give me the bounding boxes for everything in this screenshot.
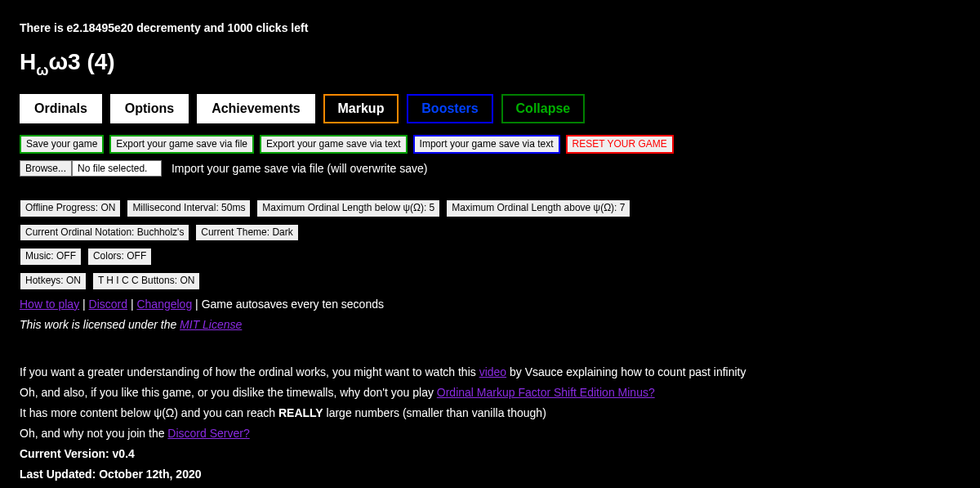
file-name-field[interactable]: No file selected. — [72, 160, 162, 177]
factor-shift-link[interactable]: Ordinal Markup Factor Shift Edition Minu… — [437, 386, 655, 399]
license-prefix: This work is licensed under the — [20, 318, 180, 331]
interval-button[interactable]: Millisecond Interval: 50ms — [127, 199, 251, 217]
version-line: Current Version: v0.4 — [20, 447, 960, 460]
save-button[interactable]: Save your game — [20, 135, 104, 154]
max-below-button[interactable]: Maximum Ordinal Length below ψ(Ω): 5 — [256, 199, 440, 217]
export-file-button[interactable]: Export your game save via file — [109, 135, 254, 154]
file-import-row: Browse...No file selected. Import your g… — [20, 160, 960, 177]
tab-boosters[interactable]: Boosters — [407, 94, 492, 123]
settings-row-3: Music: OFF Colors: OFF — [20, 248, 960, 266]
tab-options[interactable]: Options — [110, 94, 189, 123]
music-button[interactable]: Music: OFF — [20, 248, 82, 266]
body-line-2: Oh, and also, if you like this game, or … — [20, 386, 960, 399]
import-text-button[interactable]: Import your game save via text — [413, 135, 560, 154]
offline-progress-button[interactable]: Offline Progress: ON — [20, 199, 121, 217]
tab-row: Ordinals Options Achievements Markup Boo… — [20, 94, 960, 123]
reset-button[interactable]: RESET YOUR GAME — [566, 135, 674, 154]
tab-markup[interactable]: Markup — [323, 94, 399, 123]
export-text-button[interactable]: Export your game save via text — [260, 135, 408, 154]
settings-row-1: Offline Progress: ON Millisecond Interva… — [20, 199, 960, 217]
max-above-button[interactable]: Maximum Ordinal Length above ψ(Ω): 7 — [446, 199, 630, 217]
separator: | — [195, 298, 202, 311]
save-row: Save your game Export your game save via… — [20, 135, 960, 154]
text: large numbers (smaller than vanilla thou… — [323, 406, 546, 419]
browse-button[interactable]: Browse... — [20, 160, 72, 177]
body-line-4: Oh, and why not you join the Discord Ser… — [20, 427, 960, 440]
ordinal-display: Hωω3 (4) — [20, 49, 960, 79]
colors-button[interactable]: Colors: OFF — [87, 248, 152, 266]
links-row: How to play | Discord | Changelog | Game… — [20, 298, 960, 311]
license-link[interactable]: MIT License — [180, 318, 242, 331]
status-line: There is e2.18495e20 decrementy and 1000… — [20, 0, 960, 34]
settings-row-4: Hotkeys: ON T H I C C Buttons: ON — [20, 272, 960, 290]
thicc-button[interactable]: T H I C C Buttons: ON — [92, 272, 200, 290]
discord-link[interactable]: Discord — [89, 298, 127, 311]
changelog-link[interactable]: Changelog — [136, 298, 192, 311]
text: If you want a greater understanding of h… — [20, 365, 479, 378]
discord-server-link[interactable]: Discord Server? — [167, 427, 249, 440]
emphasis: REALLY — [278, 406, 323, 419]
notation-button[interactable]: Current Ordinal Notation: Buchholz's — [20, 224, 189, 242]
hotkeys-button[interactable]: Hotkeys: ON — [20, 272, 87, 290]
autosave-note: Game autosaves every ten seconds — [202, 298, 384, 311]
tab-achievements[interactable]: Achievements — [197, 94, 315, 123]
text: Oh, and also, if you like this game, or … — [20, 386, 437, 399]
text: It has more content below ψ(Ω) and you c… — [20, 406, 278, 419]
tab-collapse[interactable]: Collapse — [501, 94, 586, 123]
file-import-label: Import your game save via file (will ove… — [172, 162, 428, 175]
tab-ordinals[interactable]: Ordinals — [20, 94, 102, 123]
updated-line: Last Updated: October 12th, 2020 — [20, 468, 960, 481]
howto-link[interactable]: How to play — [20, 298, 79, 311]
separator: | — [82, 298, 89, 311]
text: by Vsauce explaining how to count past i… — [506, 365, 746, 378]
text: Oh, and why not you join the — [20, 427, 167, 440]
settings-row-2: Current Ordinal Notation: Buchholz's Cur… — [20, 224, 960, 242]
license-line: This work is licensed under the MIT Lice… — [20, 318, 960, 331]
video-link[interactable]: video — [479, 365, 506, 378]
body-line-3: It has more content below ψ(Ω) and you c… — [20, 406, 960, 419]
theme-button[interactable]: Current Theme: Dark — [195, 224, 298, 242]
body-line-1: If you want a greater understanding of h… — [20, 365, 960, 378]
